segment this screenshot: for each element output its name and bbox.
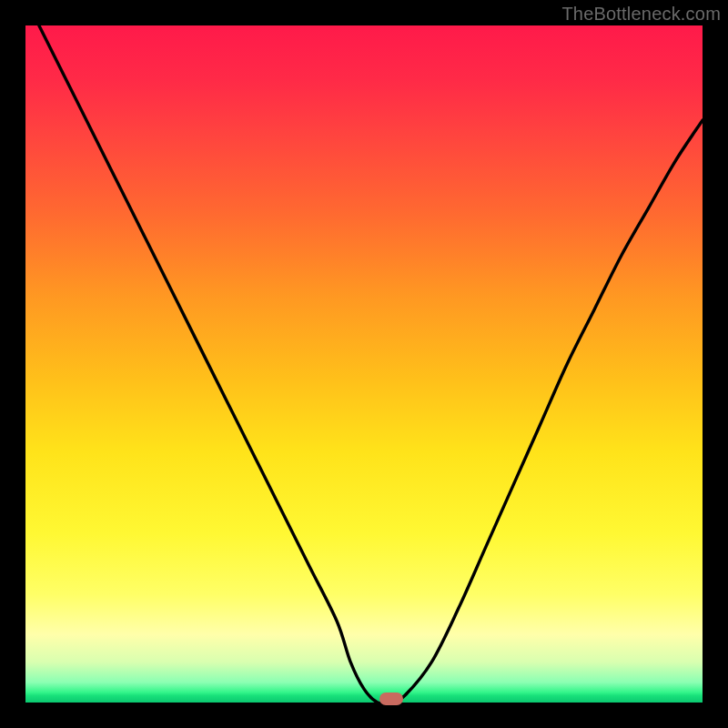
chart-frame: TheBottleneck.com	[0, 0, 728, 728]
watermark-text: TheBottleneck.com	[561, 4, 721, 25]
bottleneck-curve	[25, 25, 703, 703]
optimum-marker	[379, 693, 403, 705]
plot-area	[25, 25, 703, 703]
